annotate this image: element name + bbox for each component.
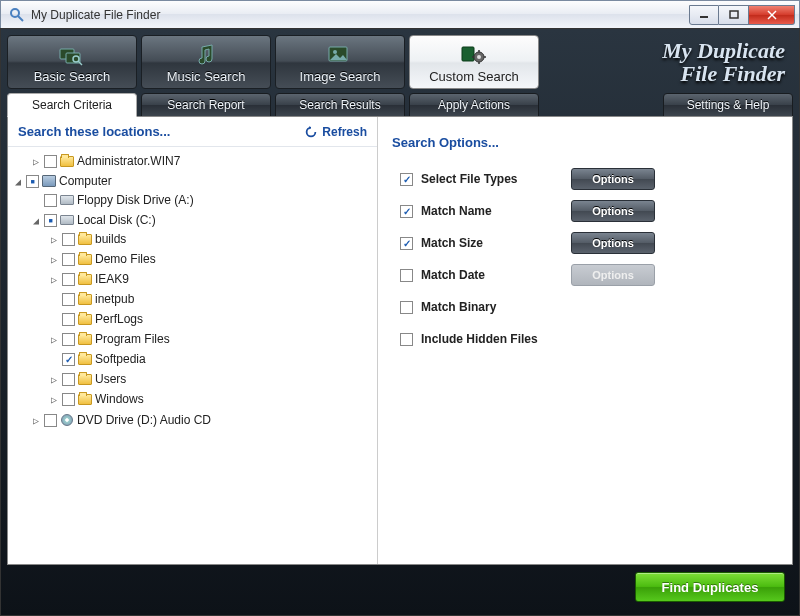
expand-icon[interactable]: ▷ [48,254,60,265]
minimize-button[interactable] [689,5,719,25]
close-button[interactable] [749,5,795,25]
locations-pane: Search these locations... Refresh ▷Admin… [8,117,378,564]
expand-icon[interactable]: ▷ [48,234,60,245]
disc-icon [59,413,75,427]
image-search-button[interactable]: Image Search [275,35,405,89]
tree-checkbox[interactable] [62,353,75,366]
custom-search-button[interactable]: Custom Search [409,35,539,89]
tab-apply-actions[interactable]: Apply Actions [409,93,539,117]
svg-point-11 [333,50,337,54]
gear-icon [460,43,488,67]
tab-search-report[interactable]: Search Report [141,93,271,117]
toolbar-label: Image Search [300,69,381,84]
tree-label: Demo Files [95,252,156,266]
tree-checkbox[interactable] [44,214,57,227]
tree-checkbox[interactable] [62,313,75,326]
expand-icon[interactable]: ▷ [30,415,42,426]
svg-rect-12 [462,47,474,61]
refresh-button[interactable]: Refresh [304,125,367,139]
tree-label: Softpedia [95,352,146,366]
svg-rect-3 [730,11,738,18]
options-button[interactable]: Options [571,200,655,222]
main-toolbar: Basic Search Music Search Image Search C… [7,35,793,89]
options-pane: Search Options... Select File Types Opti… [378,117,792,564]
find-duplicates-button[interactable]: Find Duplicates [635,572,785,602]
folder-icon [77,252,93,266]
tree-label: builds [95,232,126,246]
tree-label: Users [95,372,126,386]
tree-checkbox[interactable] [62,333,75,346]
option-label: Match Size [421,236,571,250]
toolbar-label: Custom Search [429,69,519,84]
window-title: My Duplicate File Finder [31,8,160,22]
maximize-button[interactable] [719,5,749,25]
option-checkbox[interactable] [400,205,413,218]
tree-checkbox[interactable] [62,233,75,246]
tree-label: Administrator.WIN7 [77,154,180,168]
folder-icon [77,272,93,286]
expand-icon[interactable]: ▷ [48,374,60,385]
svg-line-1 [18,16,23,21]
tab-search-results[interactable]: Search Results [275,93,405,117]
folder-icon [77,312,93,326]
tree-label: DVD Drive (D:) Audio CD [77,413,211,427]
toolbar-label: Basic Search [34,69,111,84]
location-tree[interactable]: ▷Administrator.WIN7 ◢Computer Floppy Dis… [8,147,377,564]
tab-search-criteria[interactable]: Search Criteria [7,93,137,117]
option-label: Match Name [421,204,571,218]
option-label: Match Date [421,268,571,282]
option-checkbox[interactable] [400,173,413,186]
tree-label: Windows [95,392,144,406]
option-label: Match Binary [421,300,571,314]
tree-checkbox[interactable] [62,373,75,386]
brand: My Duplicate File Finder [543,35,793,89]
expand-icon[interactable]: ▷ [48,334,60,345]
options-header: Search Options... [392,135,499,150]
brand-line2: File Finder [662,62,785,85]
floppy-icon [59,193,75,207]
tree-checkbox[interactable] [62,253,75,266]
collapse-icon[interactable]: ◢ [12,176,24,187]
tree-checkbox[interactable] [44,155,57,168]
svg-point-0 [11,9,19,17]
tree-checkbox[interactable] [62,273,75,286]
tree-checkbox[interactable] [62,293,75,306]
option-checkbox[interactable] [400,333,413,346]
option-checkbox[interactable] [400,269,413,282]
tree-label: IEAK9 [95,272,129,286]
refresh-icon [304,125,318,139]
folder-icon [77,372,93,386]
expand-icon[interactable]: ▷ [30,156,42,167]
folder-icon [77,352,93,366]
window-titlebar: My Duplicate File Finder [0,0,800,28]
music-search-button[interactable]: Music Search [141,35,271,89]
basic-search-button[interactable]: Basic Search [7,35,137,89]
expand-icon[interactable]: ▷ [48,394,60,405]
option-label: Select File Types [421,172,571,186]
folder-icon [59,154,75,168]
music-icon [192,43,220,67]
option-checkbox[interactable] [400,237,413,250]
tab-settings-help[interactable]: Settings & Help [663,93,793,117]
tree-checkbox[interactable] [62,393,75,406]
options-button[interactable]: Options [571,232,655,254]
footer: Find Duplicates [7,565,793,609]
options-button-disabled: Options [571,264,655,286]
tree-label: Program Files [95,332,170,346]
tree-label: PerfLogs [95,312,143,326]
tree-checkbox[interactable] [26,175,39,188]
expand-icon[interactable]: ▷ [48,274,60,285]
tree-label: inetpub [95,292,134,306]
image-icon [326,43,354,67]
folder-icon [77,392,93,406]
collapse-icon[interactable]: ◢ [30,215,42,226]
sub-tabs: Search Criteria Search Report Search Res… [7,93,793,117]
option-checkbox[interactable] [400,301,413,314]
main-panel: Search these locations... Refresh ▷Admin… [7,116,793,565]
tree-checkbox[interactable] [44,414,57,427]
tree-label: Floppy Disk Drive (A:) [77,193,194,207]
options-button[interactable]: Options [571,168,655,190]
folder-icon [77,332,93,346]
app-icon [9,7,25,23]
tree-checkbox[interactable] [44,194,57,207]
